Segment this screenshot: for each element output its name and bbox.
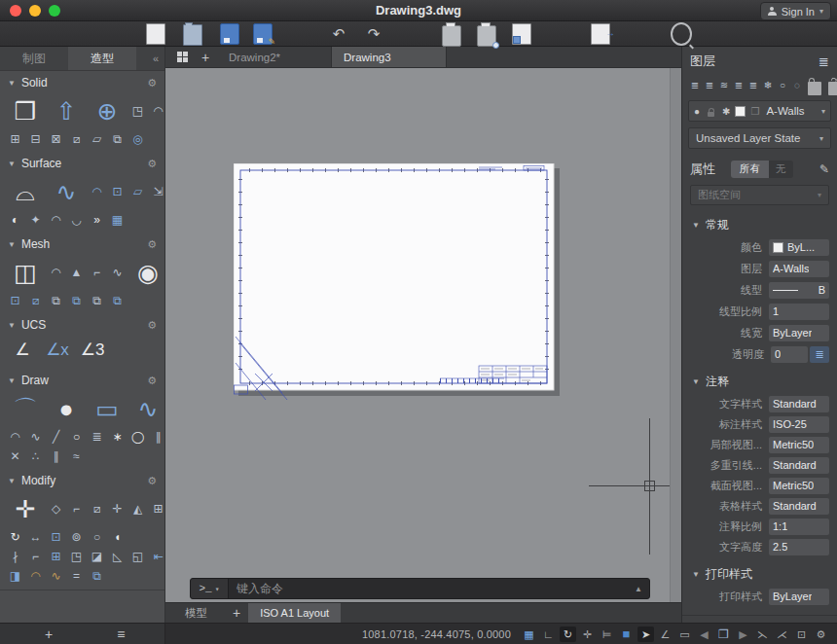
grid-display-icon[interactable]: ▦	[521, 626, 537, 642]
disclosure-triangle-icon[interactable]: ▼	[8, 477, 16, 485]
solid-box-icon[interactable]: ❒	[6, 93, 45, 128]
gear-icon[interactable]: ⚙	[147, 238, 157, 251]
layer-walk-icon[interactable]: ≣	[746, 79, 760, 92]
surface-network-icon[interactable]: ⌓	[6, 174, 45, 209]
mesh-sphere-icon[interactable]: ◉	[128, 255, 165, 290]
gear-icon[interactable]: ⚙	[147, 77, 157, 89]
modify-3d-gizmo-icon[interactable]: ✛	[6, 491, 45, 526]
layer-state-dropdown[interactable]: Unsaved Layer State ▾	[688, 127, 831, 149]
draw-hatch-icon[interactable]: ∗	[108, 428, 127, 446]
modify-match-icon[interactable]: =	[67, 567, 86, 585]
mesh-convert-smooth-icon[interactable]: ⊡	[6, 292, 24, 309]
property-value-field[interactable]: Standard	[769, 457, 829, 474]
modify-corner-icon[interactable]: ◱	[128, 548, 147, 565]
canvas-scrollbar[interactable]	[670, 68, 681, 602]
gear-icon[interactable]: ⚙	[147, 375, 157, 387]
section-header-draw[interactable]: ▼ Draw ⚙	[0, 371, 164, 390]
annotation-autoscale-icon[interactable]: ⋌	[774, 626, 790, 642]
save-as-icon[interactable]	[253, 23, 273, 45]
drawing-canvas[interactable]: >_ ▾ 键入命令 ▲	[165, 68, 681, 602]
section-header-surface[interactable]: ▼ Surface ⚙	[0, 154, 164, 173]
surface-fillet-icon[interactable]: ◠	[47, 211, 65, 229]
osnap-tracking-icon[interactable]: ⊨	[599, 626, 615, 642]
modify-trim-icon[interactable]: ∤	[6, 548, 24, 565]
command-line[interactable]: >_ ▾ 键入命令 ▲	[190, 578, 650, 599]
mesh-wave-icon[interactable]: ∿	[108, 264, 127, 281]
disclosure-triangle-icon[interactable]: ▼	[8, 376, 16, 385]
quick-view-drawings-icon[interactable]	[170, 47, 194, 67]
save-icon[interactable]	[220, 23, 239, 45]
modify-chamfer-icon[interactable]: ◺	[108, 548, 127, 565]
draw-parallel-icon[interactable]: ∥	[47, 447, 65, 465]
layer-viewport-icon[interactable]: ❐	[750, 106, 759, 117]
add-tool-button[interactable]: +	[45, 626, 53, 642]
solid-intersect-icon[interactable]: ⊠	[47, 130, 65, 148]
space-selector-dropdown[interactable]: 图纸空间 ▾	[690, 185, 829, 205]
layer-freeze-icon[interactable]: ❄	[761, 79, 775, 92]
search-icon[interactable]	[671, 22, 692, 46]
draw-spline-icon[interactable]: ∿	[26, 428, 45, 446]
layer-value-dropdown[interactable]: A-Walls	[769, 261, 829, 277]
draw-sketch-icon[interactable]: ∿	[128, 391, 165, 426]
modify-offset-icon[interactable]: ⌐	[26, 548, 45, 565]
tab-iso-a1-layout[interactable]: ISO A1 Layout	[248, 603, 341, 623]
modify-rotate-icon[interactable]: ↻	[6, 528, 24, 546]
modify-fillet-icon[interactable]: ◖	[108, 528, 127, 546]
command-input[interactable]: 键入命令	[229, 581, 635, 597]
mesh-smooth-icon[interactable]: ◠	[47, 264, 65, 281]
zoom-button[interactable]	[49, 5, 60, 17]
ucs-x-icon[interactable]: ∠x	[41, 336, 74, 365]
solid-boolean-icon[interactable]: ⊕	[88, 93, 127, 128]
section-annotation[interactable]: ▼ 注释	[682, 365, 837, 393]
layer-lock-icon[interactable]	[708, 112, 714, 117]
disclosure-triangle-icon[interactable]: ▼	[692, 221, 700, 230]
modify-copy-icon[interactable]: ⊚	[67, 528, 86, 546]
section-plot-style[interactable]: ▼ 打印样式	[682, 557, 837, 586]
modify-move-icon[interactable]: ✛	[108, 500, 127, 518]
undo-icon[interactable]: ↶	[330, 24, 347, 44]
layer-unlock-icon[interactable]	[828, 82, 837, 95]
layer-states-icon[interactable]: ≋	[717, 79, 731, 92]
color-value-dropdown[interactable]: ByL...	[769, 239, 829, 256]
export-icon[interactable]	[591, 23, 610, 45]
surface-patch-icon[interactable]: ⊡	[108, 183, 127, 200]
draw-hatch-lines-icon[interactable]: ∥	[149, 428, 165, 446]
tool-list-icon[interactable]: ≡	[117, 626, 125, 642]
polar-tracking-icon[interactable]: ↻	[560, 626, 576, 642]
filter-all-button[interactable]: 所有	[731, 161, 769, 178]
modify-erase-icon[interactable]: ◪	[88, 548, 106, 565]
surface-analysis-icon[interactable]: ◐	[6, 211, 24, 229]
delete-layer-icon[interactable]: ≣	[703, 79, 716, 92]
command-prompt-button[interactable]: >_ ▾	[191, 579, 229, 598]
solid-polysolid-icon[interactable]: ◳	[128, 102, 147, 120]
draw-polyline-icon[interactable]: ⌒	[6, 391, 45, 426]
open-file-icon[interactable]	[183, 24, 202, 46]
new-layer-icon[interactable]: ≣	[688, 79, 702, 92]
layer-isolate-icon[interactable]: ≣	[732, 79, 746, 92]
modify-block-edit-icon[interactable]: ⊡	[47, 528, 65, 546]
expand-command-history-icon[interactable]: ▲	[635, 585, 649, 593]
solid-sweep-icon[interactable]: ◠	[149, 102, 165, 120]
linetype-value-dropdown[interactable]: B	[769, 282, 829, 299]
mesh-crease-icon[interactable]: ▲	[67, 264, 86, 281]
draw-ellipse-icon[interactable]: ○	[67, 428, 86, 446]
collapse-palette-icon[interactable]: «	[147, 47, 164, 70]
draw-rectangle-icon[interactable]: ▭	[88, 391, 127, 426]
modify-spline-edit-icon[interactable]: ∿	[47, 567, 65, 585]
draw-line-icon[interactable]: ╱	[47, 428, 65, 446]
sign-in-button[interactable]: Sign In ▾	[760, 2, 831, 20]
ortho-icon[interactable]: ∟	[540, 626, 557, 642]
tab-modeling[interactable]: 造型	[68, 47, 136, 70]
plot-style-field[interactable]: ByLayer	[769, 589, 829, 605]
modify-stretch-icon[interactable]: ↔	[26, 528, 45, 546]
transparency-field[interactable]: 0	[771, 346, 808, 363]
tab-model[interactable]: 模型	[165, 603, 225, 623]
mesh-box-icon[interactable]: ◫	[6, 255, 45, 290]
property-value-field[interactable]: 2.5	[769, 539, 829, 555]
surface-loft-icon[interactable]: ∿	[47, 174, 86, 209]
solid-slice-icon[interactable]: ⧄	[67, 130, 86, 148]
layers-panel-icon[interactable]: ≣	[819, 54, 829, 69]
solid-union-icon[interactable]: ⊞	[6, 130, 24, 148]
mesh-convert-b-icon[interactable]: ⧉	[67, 292, 86, 309]
section-general[interactable]: ▼ 常规	[682, 208, 837, 236]
